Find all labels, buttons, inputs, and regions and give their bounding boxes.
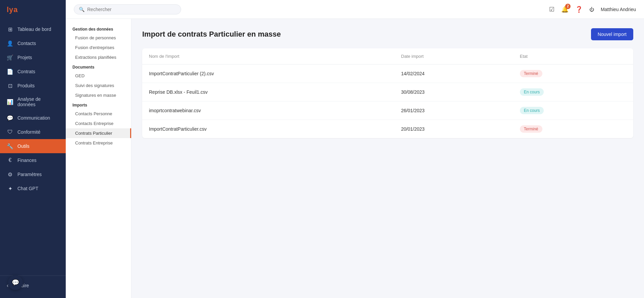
- search-input[interactable]: [87, 7, 176, 12]
- sidebar-item-outils[interactable]: 🔧 Outils: [0, 139, 66, 153]
- section-title-gestion-des-données: Gestion des données: [66, 24, 131, 33]
- logo-text: lya: [7, 5, 18, 14]
- sidebar-item-parametres[interactable]: ⚙ Paramètres: [0, 167, 66, 181]
- status-badge-0: Terminé: [520, 70, 542, 77]
- main-sidebar: lya ⊞ Tableau de bord 👤 Contacts 🛒 Proje…: [0, 0, 66, 298]
- second-sidebar-item-contacts-entreprise[interactable]: Contacts Entreprise: [66, 119, 131, 128]
- row-1-nom: Reprise DB.xlsx - Feuil1.csv: [142, 83, 394, 101]
- sidebar-label-projets: Projets: [17, 55, 32, 60]
- sidebar-item-tableau-de-bord[interactable]: ⊞ Tableau de bord: [0, 22, 66, 36]
- tasks-icon[interactable]: ☑: [549, 6, 554, 13]
- sidebar-item-projets[interactable]: 🛒 Projets: [0, 50, 66, 65]
- contrats-icon: 📄: [7, 68, 13, 75]
- second-sidebar-item-ged[interactable]: GED: [66, 71, 131, 81]
- col-header-etat: Etat: [513, 48, 633, 65]
- notification-badge: 2: [565, 4, 571, 9]
- sidebar-label-chat-gpt: Chat GPT: [17, 186, 38, 191]
- table-row[interactable]: ImportContratParticulier.csv20/01/2023Te…: [142, 120, 633, 138]
- imports-table-container: Nom de l'importDate importEtat ImportCon…: [142, 48, 633, 138]
- power-icon: ⏻: [589, 7, 594, 12]
- sidebar-label-parametres: Paramètres: [17, 172, 42, 177]
- row-3-etat: Terminé: [513, 120, 633, 138]
- row-0-date: 14/02/2024: [394, 65, 513, 83]
- status-badge-1: En cours: [520, 88, 544, 96]
- sidebar-label-conformite: Conformité: [17, 129, 40, 135]
- col-header-date: Date import: [394, 48, 513, 65]
- analyse-de-donnees-icon: 📊: [7, 98, 13, 105]
- main-wrapper: 🔍 ☑ 🔔 2 ❓ ⏻ Matthieu Andrieu Gestion des…: [66, 0, 644, 298]
- sidebar-item-produits[interactable]: ⊡ Produits: [0, 79, 66, 93]
- second-sidebar-item-contrats-entreprise[interactable]: Contrats Entreprise: [66, 138, 131, 148]
- status-badge-2: En cours: [520, 107, 544, 114]
- help-icon[interactable]: ❓: [575, 6, 583, 13]
- imports-table: Nom de l'importDate importEtat ImportCon…: [142, 48, 633, 138]
- user-name: Matthieu Andrieu: [601, 7, 636, 12]
- page-header: Import de contrats Particulier en masse …: [142, 28, 633, 40]
- contacts-icon: 👤: [7, 40, 13, 47]
- second-sidebar-item-contrats-particulier[interactable]: Contrats Particulier: [66, 128, 131, 138]
- main-content: Import de contrats Particulier en masse …: [131, 19, 644, 298]
- tableau-de-bord-icon: ⊞: [7, 26, 13, 33]
- second-sidebar-item-contacts-personne[interactable]: Contacts Personne: [66, 109, 131, 119]
- sidebar-label-outils: Outils: [17, 143, 30, 149]
- sidebar-label-contacts: Contacts: [17, 41, 36, 46]
- nav-items: ⊞ Tableau de bord 👤 Contacts 🛒 Projets 📄…: [0, 19, 66, 275]
- topbar-right: ☑ 🔔 2 ❓ ⏻ Matthieu Andrieu: [549, 6, 636, 13]
- second-sidebar-item-fusion-entreprises[interactable]: Fusion d'entreprises: [66, 43, 131, 52]
- finances-icon: €: [7, 157, 13, 164]
- sidebar-label-tableau-de-bord: Tableau de bord: [17, 27, 51, 32]
- row-0-nom: ImportContratParticulier (2).csv: [142, 65, 394, 83]
- outils-icon: 🔧: [7, 143, 13, 150]
- second-sidebar-item-suivi-signatures[interactable]: Suivi des signatures: [66, 81, 131, 90]
- search-icon: 🔍: [79, 7, 85, 12]
- sidebar-item-contacts[interactable]: 👤 Contacts: [0, 36, 66, 50]
- row-1-etat: En cours: [513, 83, 633, 101]
- sidebar-label-finances: Finances: [17, 158, 37, 163]
- notifications-icon[interactable]: 🔔 2: [561, 6, 569, 13]
- row-1-date: 30/08/2023: [394, 83, 513, 101]
- sidebar-item-finances[interactable]: € Finances: [0, 153, 66, 167]
- sidebar-label-produits: Produits: [17, 83, 35, 88]
- chat-gpt-icon: ✦: [7, 185, 13, 192]
- col-header-nom: Nom de l'import: [142, 48, 394, 65]
- content-area: Gestion des donnéesFusion de personnesFu…: [66, 19, 644, 298]
- table-row[interactable]: imoprtcontratwebinar.csv26/01/2023En cou…: [142, 101, 633, 120]
- projets-icon: 🛒: [7, 54, 13, 61]
- sidebar-item-conformite[interactable]: 🛡 Conformité: [0, 125, 66, 139]
- sidebar-item-contrats[interactable]: 📄 Contrats: [0, 65, 66, 79]
- logo: lya: [0, 0, 66, 19]
- chat-bubble[interactable]: 💬: [8, 275, 23, 290]
- communication-icon: 💬: [7, 115, 13, 121]
- search-box[interactable]: 🔍: [74, 4, 181, 14]
- table-row[interactable]: ImportContratParticulier (2).csv14/02/20…: [142, 65, 633, 83]
- row-2-etat: En cours: [513, 101, 633, 120]
- status-badge-3: Terminé: [520, 125, 542, 133]
- parametres-icon: ⚙: [7, 171, 13, 178]
- sidebar-item-communication[interactable]: 💬 Communication: [0, 111, 66, 125]
- second-sidebar-item-extractions-planifiees[interactable]: Extractions planifiées: [66, 52, 131, 62]
- conformite-icon: 🛡: [7, 129, 13, 135]
- sidebar-label-contrats: Contrats: [17, 69, 35, 74]
- second-sidebar-item-fusion-personnes[interactable]: Fusion de personnes: [66, 33, 131, 43]
- sidebar-item-chat-gpt[interactable]: ✦ Chat GPT: [0, 181, 66, 196]
- sidebar-label-analyse-de-donnees: Analyse de données: [17, 96, 59, 107]
- page-title: Import de contrats Particulier en masse: [142, 30, 281, 39]
- section-title-documents: Documents: [66, 62, 131, 71]
- table-row[interactable]: Reprise DB.xlsx - Feuil1.csv30/08/2023En…: [142, 83, 633, 101]
- second-sidebar: Gestion des donnéesFusion de personnesFu…: [66, 19, 131, 298]
- second-sidebar-item-signatures-masse[interactable]: Signatures en masse: [66, 90, 131, 100]
- produits-icon: ⊡: [7, 82, 13, 89]
- section-title-imports: Imports: [66, 100, 131, 109]
- row-2-date: 26/01/2023: [394, 101, 513, 120]
- row-2-nom: imoprtcontratwebinar.csv: [142, 101, 394, 120]
- table-header: Nom de l'importDate importEtat: [142, 48, 633, 65]
- row-3-nom: ImportContratParticulier.csv: [142, 120, 394, 138]
- row-3-date: 20/01/2023: [394, 120, 513, 138]
- sidebar-label-communication: Communication: [17, 115, 50, 121]
- sidebar-item-analyse-de-donnees[interactable]: 📊 Analyse de données: [0, 93, 66, 111]
- row-0-etat: Terminé: [513, 65, 633, 83]
- new-import-button[interactable]: Nouvel import: [591, 28, 633, 40]
- topbar: 🔍 ☑ 🔔 2 ❓ ⏻ Matthieu Andrieu: [66, 0, 644, 19]
- table-body: ImportContratParticulier (2).csv14/02/20…: [142, 65, 633, 138]
